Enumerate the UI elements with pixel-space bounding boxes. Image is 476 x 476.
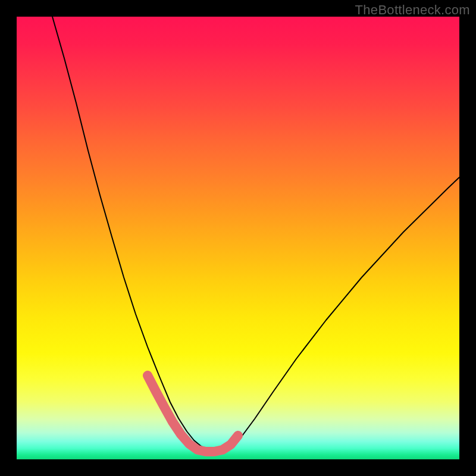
chart-frame: TheBottleneck.com	[0, 0, 476, 476]
plot-area	[17, 17, 459, 459]
watermark-text: TheBottleneck.com	[355, 2, 470, 18]
bottleneck-curve	[52, 17, 459, 452]
optimal-marker	[148, 375, 238, 452]
curve-layer	[17, 17, 459, 459]
